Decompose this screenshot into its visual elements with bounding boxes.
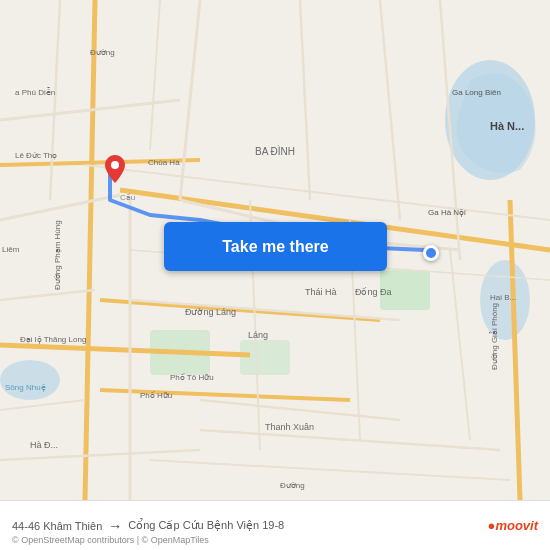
- svg-text:Đống Đa: Đống Đa: [355, 287, 392, 297]
- svg-text:Hà Đ...: Hà Đ...: [30, 440, 58, 450]
- svg-point-62: [111, 161, 119, 169]
- map-container: BA ĐÌNH Hà N... Ga Hà Nội Ga Long Biên L…: [0, 0, 550, 500]
- svg-text:Hai B...: Hai B...: [490, 293, 516, 302]
- svg-text:Đường Phạm Hùng: Đường Phạm Hùng: [53, 220, 62, 290]
- svg-text:Ga Hà Nội: Ga Hà Nội: [428, 208, 466, 217]
- destination-marker: [423, 245, 439, 261]
- route-arrow: →: [108, 518, 122, 534]
- svg-text:Đường: Đường: [280, 481, 305, 490]
- svg-text:Chùa Hà: Chùa Hà: [148, 158, 180, 167]
- svg-text:Ga Long Biên: Ga Long Biên: [452, 88, 501, 97]
- svg-text:Liêm: Liêm: [2, 245, 20, 254]
- take-me-there-button[interactable]: Take me there: [164, 222, 387, 271]
- svg-text:Lê Đức Thọ: Lê Đức Thọ: [15, 151, 57, 160]
- svg-text:Đại lộ Thăng Long: Đại lộ Thăng Long: [20, 335, 86, 344]
- svg-rect-6: [240, 340, 290, 375]
- svg-text:Hà N...: Hà N...: [490, 120, 524, 132]
- svg-text:Đường Giải Phóng: Đường Giải Phóng: [489, 303, 499, 370]
- moovit-brand: ●moovit: [488, 518, 538, 533]
- origin-marker: [105, 155, 125, 183]
- svg-text:a Phú Diễn: a Phú Diễn: [15, 87, 55, 97]
- svg-text:Thanh Xuân: Thanh Xuân: [265, 422, 314, 432]
- svg-text:Đường Láng: Đường Láng: [185, 307, 236, 317]
- svg-text:Cầu: Cầu: [120, 193, 135, 202]
- svg-text:Láng: Láng: [248, 330, 268, 340]
- svg-text:BA ĐÌNH: BA ĐÌNH: [255, 145, 295, 157]
- svg-point-3: [0, 360, 60, 400]
- footer: 44-46 Khâm Thiên → Cổng Cấp Cứu Bệnh Việ…: [0, 500, 550, 550]
- svg-text:Phố Tô Hữu: Phố Tô Hữu: [170, 373, 214, 382]
- svg-text:Sông Nhuệ: Sông Nhuệ: [5, 383, 46, 392]
- svg-text:Đường: Đường: [90, 48, 115, 57]
- svg-text:Phố Hữu: Phố Hữu: [140, 391, 172, 400]
- svg-text:Thái Hà: Thái Hà: [305, 287, 337, 297]
- destination-label: Cổng Cấp Cứu Bệnh Viện 19-8: [128, 519, 284, 532]
- origin-label: 44-46 Khâm Thiên: [12, 520, 102, 532]
